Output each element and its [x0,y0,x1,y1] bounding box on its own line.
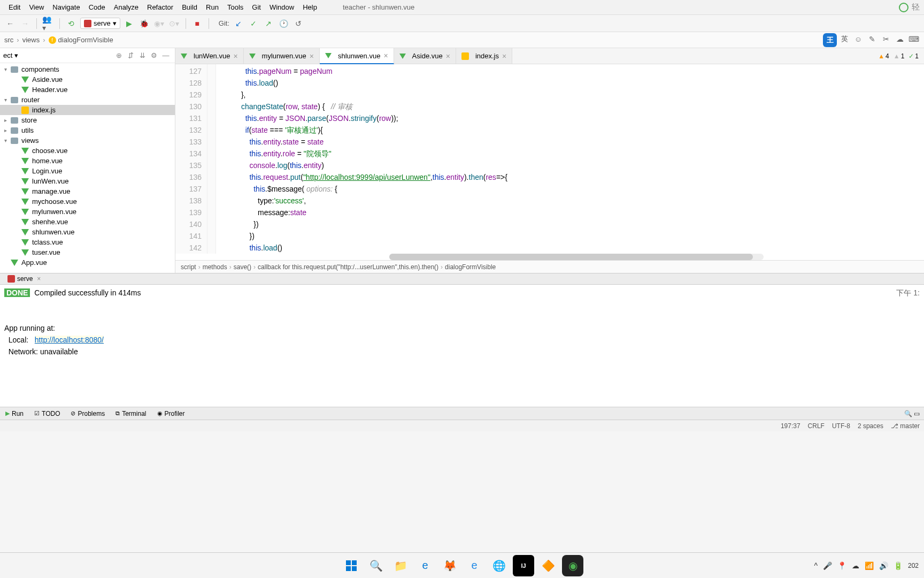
tab-index-js[interactable]: index.js× [456,48,512,64]
collapse-all-button[interactable]: ⇊ [136,50,148,62]
tree-node-choose-vue[interactable]: choose.vue [0,146,175,156]
code-breadcrumb-item[interactable]: callback for this.request.put("http:/...… [258,263,438,271]
menu-tools[interactable]: Tools [223,2,248,13]
tree-node-mychoose-vue[interactable]: mychoose.vue [0,196,175,207]
tree-node-manage-vue[interactable]: manage.vue [0,186,175,196]
fold-gutter[interactable] [207,64,216,254]
search-icon[interactable]: 🔍 [904,410,912,417]
line-separator[interactable]: CRLF [808,422,825,430]
lang-indicator[interactable]: 英 [839,33,850,47]
tray-year[interactable]: 202 [908,562,919,569]
tool-run[interactable]: ▶Run [0,407,29,420]
run-tab-serve[interactable]: serve × [3,274,45,284]
tree-node-tuser-vue[interactable]: tuser.vue [0,247,175,257]
tree-node-shenhe-vue[interactable]: shenhe.vue [0,217,175,227]
menu-navigate[interactable]: Navigate [48,2,84,13]
tree-node-Login-vue[interactable]: Login.vue [0,166,175,176]
tool-problems[interactable]: ⊘Problems [65,407,110,420]
cursor-position[interactable]: 197:37 [781,422,800,430]
console-output[interactable]: DONE Compiled successfully in 414ms下午 1:… [0,285,924,407]
sync-status-icon[interactable] [899,3,908,12]
code-breadcrumb-item[interactable]: script [181,263,196,271]
tree-node-index-js[interactable]: index.js [0,105,175,115]
local-url-link[interactable]: http://localhost:8080/ [35,336,104,344]
expand-all-button[interactable]: ⇵ [125,50,136,62]
menu-view[interactable]: View [25,2,48,13]
intellij-icon[interactable]: IJ [513,555,534,576]
tool-profiler[interactable]: ◉Profiler [152,407,190,420]
file-encoding[interactable]: UTF-8 [832,422,850,430]
breadcrumb-views[interactable]: views [22,36,40,44]
tray-chevron-icon[interactable]: ^ [814,561,818,570]
git-commit-button[interactable]: ✓ [248,18,259,29]
tab-shlunwen-vue[interactable]: shlunwen.vue× [320,48,394,64]
back-button[interactable]: ← [4,18,16,29]
tree-node-home-vue[interactable]: home.vue [0,156,175,166]
tree-node-views[interactable]: ▾views [0,135,175,146]
tool-terminal[interactable]: ⧉Terminal [110,407,151,420]
line-gutter[interactable]: 127 128 129 130 131 132 133 134 135 136 … [175,64,207,254]
locate-file-button[interactable]: ⊕ [113,50,125,62]
tree-node-tclass-vue[interactable]: tclass.vue [0,237,175,247]
git-update-button[interactable]: ↙ [233,18,244,29]
git-rollback-button[interactable]: ↺ [292,18,304,29]
warnings-indicator[interactable]: ▲4 [878,52,889,60]
menu-analyze[interactable]: Analyze [110,2,143,13]
tray-mic-icon[interactable]: 🎤 [823,561,832,570]
close-icon[interactable]: × [233,52,237,60]
menu-edit[interactable]: Edit [4,2,25,13]
start-button[interactable] [341,555,362,576]
menu-code[interactable]: Code [84,2,110,13]
code-breadcrumb-item[interactable]: save() [234,263,251,271]
tree-node-Header-vue[interactable]: Header.vue [0,85,175,95]
breadcrumb-field[interactable]: dialogFormVisible [58,36,113,44]
forward-button[interactable]: → [19,18,31,29]
close-icon[interactable]: × [310,52,314,60]
code-breadcrumb-item[interactable]: dialogFormVisible [445,263,496,271]
menu-help[interactable]: Help [298,2,321,13]
tab-lunWen-vue[interactable]: lunWen.vue× [175,48,244,64]
tray-onedrive-icon[interactable]: ☁ [852,561,859,570]
tree-node-components[interactable]: ▾components [0,64,175,74]
close-icon[interactable]: × [502,52,506,60]
close-icon[interactable]: × [446,52,450,60]
code-editor[interactable]: this.pageNum = pageNum this.load() }, ch… [216,64,924,254]
run-config-select[interactable]: serve ▾ [80,18,120,29]
code-breadcrumb-item[interactable]: methods [203,263,227,271]
profile-button[interactable]: ⊙▾ [168,18,180,29]
explorer-icon[interactable]: 📁 [390,555,411,576]
event-log-icon[interactable]: ▭ [914,410,920,417]
horizontal-scrollbar[interactable] [389,254,764,260]
tree-node-shlunwen-vue[interactable]: shlunwen.vue [0,227,175,237]
breadcrumb-src[interactable]: src [4,36,13,44]
menu-build[interactable]: Build [178,2,202,13]
git-history-button[interactable]: 🕐 [278,18,289,29]
app-icon-1[interactable]: 🔶 [537,555,559,576]
menu-window[interactable]: Window [265,2,298,13]
app-icon-2[interactable]: ◉ [562,555,583,576]
ime-icon[interactable]: 王 [823,33,837,47]
tray-wifi-icon[interactable]: 📶 [865,561,874,570]
ie-icon[interactable]: e [464,555,485,576]
tab-Aside-vue[interactable]: Aside.vue× [394,48,456,64]
edge-legacy-icon[interactable]: e [414,555,436,576]
tree-node-Aside-vue[interactable]: Aside.vue [0,74,175,85]
firefox-icon[interactable]: 🦊 [439,555,460,576]
add-config-button[interactable]: 👥▾ [42,18,54,29]
menu-run[interactable]: Run [202,2,223,13]
tree-node-store[interactable]: ▸store [0,115,175,125]
typo-indicator[interactable]: ✓1 [908,52,919,60]
pencil-icon[interactable]: ✎ [866,33,878,45]
stop-button[interactable]: ■ [191,18,203,29]
indent-setting[interactable]: 2 spaces [858,422,883,430]
run-button[interactable]: ▶ [124,18,135,29]
tray-volume-icon[interactable]: 🔊 [879,561,888,570]
menu-git[interactable]: Git [248,2,265,13]
keyboard-icon[interactable]: ⌨ [908,33,920,45]
emoji-icon[interactable]: ☺ [852,33,864,45]
project-tree[interactable]: ▾componentsAside.vueHeader.vue▾routerind… [0,63,175,273]
tray-location-icon[interactable]: 📍 [837,561,846,570]
tool-todo[interactable]: ☑TODO [29,407,65,420]
debug-button[interactable]: 🐞 [138,18,150,29]
tray-battery-icon[interactable]: 🔋 [894,561,903,570]
